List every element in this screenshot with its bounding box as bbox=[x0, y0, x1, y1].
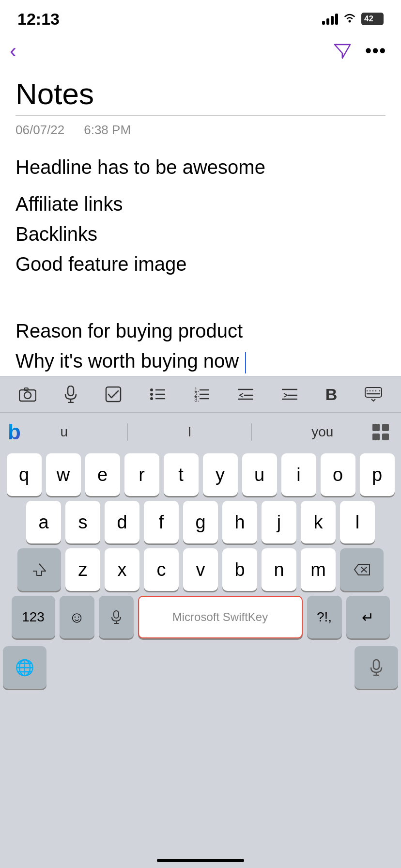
key-q[interactable]: q bbox=[7, 453, 42, 496]
suggestion-words: u I you bbox=[26, 423, 368, 441]
svg-rect-39 bbox=[373, 660, 379, 669]
camera-toolbar-icon[interactable] bbox=[19, 387, 36, 402]
punctuation-key[interactable]: ?!, bbox=[307, 596, 342, 638]
key-t[interactable]: t bbox=[164, 453, 199, 496]
note-line-7: Why it's worth buying now bbox=[15, 346, 386, 376]
key-row-4: 123 ☺ Microsoft SwiftKey ?!, ↵ bbox=[3, 596, 398, 638]
key-p[interactable]: p bbox=[360, 453, 395, 496]
nav-right: ••• bbox=[333, 41, 386, 61]
numbers-key[interactable]: 123 bbox=[12, 596, 55, 638]
key-rows: q w e r t y u i o p a s d f g h j k l bbox=[0, 451, 401, 689]
key-y[interactable]: y bbox=[203, 453, 238, 496]
signal-bars-icon bbox=[322, 13, 338, 25]
notes-time: 6:38 PM bbox=[84, 123, 131, 138]
microphone-bottom-key[interactable] bbox=[355, 646, 398, 689]
text-cursor bbox=[245, 352, 246, 373]
svg-point-9 bbox=[150, 388, 153, 391]
key-row-2: a s d f g h j k l bbox=[3, 501, 398, 543]
svg-text:3.: 3. bbox=[194, 396, 199, 402]
svg-point-0 bbox=[349, 20, 351, 23]
svg-rect-4 bbox=[24, 388, 28, 390]
key-r[interactable]: r bbox=[124, 453, 159, 496]
keyboard-toolbar: 1. 2. 3. B bbox=[0, 376, 401, 413]
top-nav: ‹ ••• bbox=[0, 34, 401, 68]
indent-increase-icon[interactable] bbox=[281, 388, 298, 401]
numbered-list-toolbar-icon[interactable]: 1. 2. 3. bbox=[193, 387, 210, 402]
key-l[interactable]: l bbox=[340, 501, 375, 543]
key-n[interactable]: n bbox=[262, 548, 296, 591]
suggestions-row: b u I you bbox=[0, 413, 401, 451]
note-line-1: Headline has to be awesome bbox=[15, 152, 386, 182]
key-z[interactable]: z bbox=[65, 548, 100, 591]
note-line-4: Good feature image bbox=[15, 249, 386, 279]
status-icons: 42 bbox=[322, 12, 384, 26]
filter-icon[interactable] bbox=[333, 43, 352, 59]
svg-point-13 bbox=[150, 397, 153, 400]
home-indicator bbox=[157, 859, 244, 862]
status-time: 12:13 bbox=[17, 10, 60, 29]
suggestion-i[interactable]: I bbox=[178, 424, 201, 440]
key-i[interactable]: i bbox=[281, 453, 316, 496]
suggestion-u[interactable]: u bbox=[51, 424, 78, 440]
key-c[interactable]: c bbox=[144, 548, 179, 591]
key-j[interactable]: j bbox=[262, 501, 296, 543]
keyboard: b u I you q w e r t y u i o p bbox=[0, 413, 401, 868]
key-a[interactable]: a bbox=[26, 501, 61, 543]
wifi-icon bbox=[343, 12, 356, 26]
key-v[interactable]: v bbox=[183, 548, 218, 591]
indent-decrease-icon[interactable] bbox=[237, 388, 254, 401]
svg-point-11 bbox=[150, 393, 153, 396]
svg-rect-27 bbox=[365, 388, 382, 397]
notes-title: Notes bbox=[15, 78, 386, 110]
key-d[interactable]: d bbox=[105, 501, 139, 543]
grid-icon bbox=[372, 424, 389, 440]
voice-key[interactable] bbox=[99, 596, 134, 638]
emoji-key[interactable]: ☺ bbox=[60, 596, 94, 638]
battery-level: 42 bbox=[364, 14, 373, 24]
note-line-5 bbox=[15, 286, 386, 316]
key-u[interactable]: u bbox=[242, 453, 277, 496]
suggestion-you[interactable]: you bbox=[302, 424, 343, 440]
key-o[interactable]: o bbox=[321, 453, 355, 496]
suggestion-divider-2 bbox=[251, 423, 252, 441]
svg-rect-5 bbox=[68, 386, 74, 396]
bing-logo: b bbox=[8, 420, 21, 444]
key-s[interactable]: s bbox=[65, 501, 100, 543]
globe-key[interactable]: 🌐 bbox=[3, 646, 46, 689]
note-line-2: Affiliate links bbox=[15, 189, 386, 219]
key-e[interactable]: e bbox=[85, 453, 120, 496]
shift-key[interactable] bbox=[17, 548, 61, 591]
suggestion-divider-1 bbox=[127, 423, 128, 441]
key-g[interactable]: g bbox=[183, 501, 218, 543]
key-h[interactable]: h bbox=[222, 501, 257, 543]
key-row-3: z x c v b n m bbox=[3, 548, 398, 591]
note-line-6: Reason for buying product bbox=[15, 316, 386, 346]
notes-date: 06/07/22 bbox=[15, 123, 64, 138]
notes-body[interactable]: Headline has to be awesome Affiliate lin… bbox=[15, 152, 386, 376]
keyboard-hide-icon[interactable] bbox=[365, 387, 382, 402]
microphone-toolbar-icon[interactable] bbox=[64, 386, 77, 403]
key-w[interactable]: w bbox=[46, 453, 81, 496]
key-x[interactable]: x bbox=[105, 548, 139, 591]
bullet-list-toolbar-icon[interactable] bbox=[149, 387, 166, 402]
key-b[interactable]: b bbox=[222, 548, 257, 591]
key-k[interactable]: k bbox=[301, 501, 336, 543]
space-key[interactable]: Microsoft SwiftKey bbox=[138, 596, 303, 638]
notes-meta: 06/07/22 6:38 PM bbox=[15, 123, 386, 138]
checkbox-toolbar-icon[interactable] bbox=[105, 386, 122, 403]
back-button[interactable]: ‹ bbox=[10, 41, 16, 61]
return-key[interactable]: ↵ bbox=[346, 596, 390, 638]
more-options-icon[interactable]: ••• bbox=[365, 41, 386, 61]
svg-point-3 bbox=[24, 392, 31, 399]
key-row-5: 🌐 bbox=[3, 646, 398, 689]
notes-content: Notes 06/07/22 6:38 PM Headline has to b… bbox=[0, 68, 401, 386]
notes-divider bbox=[15, 115, 386, 116]
key-f[interactable]: f bbox=[144, 501, 179, 543]
note-line-3: Backlinks bbox=[15, 219, 386, 249]
keyboard-layout-button[interactable] bbox=[368, 420, 393, 444]
bold-toolbar-icon[interactable]: B bbox=[325, 385, 338, 404]
status-bar: 12:13 42 bbox=[0, 0, 401, 34]
key-m[interactable]: m bbox=[301, 548, 336, 591]
delete-key[interactable] bbox=[340, 548, 384, 591]
key-row-1: q w e r t y u i o p bbox=[3, 453, 398, 496]
